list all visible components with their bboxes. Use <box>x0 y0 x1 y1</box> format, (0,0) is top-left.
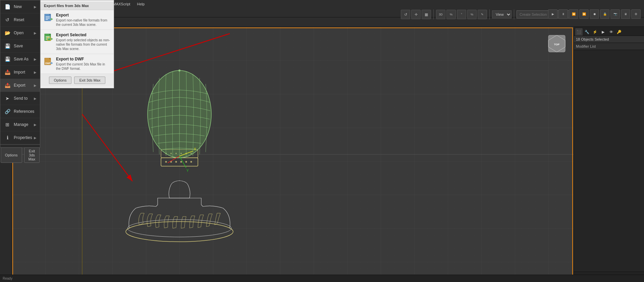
export-desc: Export non-native file formats from the … <box>56 18 110 27</box>
export-selected-desc: Export only selected objects as non-nati… <box>56 38 110 51</box>
right-panel-tabs: ⬛ 🔧 ⚡ ▶ 👁 🔑 <box>574 27 644 36</box>
export-selected-text-block: Export Selected Export only selected obj… <box>56 33 110 51</box>
file-menu-item-export[interactable]: 📤 Export ▶ <box>0 79 40 92</box>
import-icon: 📥 <box>4 68 11 76</box>
3d-model: X Y <box>96 54 263 255</box>
toolbar-icon9[interactable]: ⚙ <box>631 9 641 19</box>
file-menu-label-export: Export <box>14 83 34 88</box>
export-dwf-title: Export to DWF <box>56 57 110 61</box>
toolbar-scale-btn[interactable]: ▦ <box>422 10 431 19</box>
file-menu-item-import[interactable]: 📥 Import ▶ <box>0 66 40 79</box>
toolbar-pct-btn[interactable]: % <box>467 10 477 19</box>
export-title: Export <box>56 13 110 17</box>
toolbar-angle-btn[interactable]: ° <box>457 10 466 19</box>
sendto-icon: ➤ <box>4 95 11 102</box>
export-dwf-icon: DWF <box>44 57 53 66</box>
toolbar-icon1[interactable]: ▶ <box>548 9 557 19</box>
file-menu-item-properties[interactable]: ℹ Properties ▶ <box>0 131 40 144</box>
new-icon: 📄 <box>4 3 11 10</box>
export-text-block: Export Export non-native file formats fr… <box>56 13 110 27</box>
export-submenu: Export files from 3ds Max Export Export … <box>40 0 114 88</box>
svg-point-11 <box>180 161 182 163</box>
file-menu-label-manage: Manage <box>14 122 34 127</box>
saveas-icon: 💾 <box>4 55 11 63</box>
properties-arrow: ▶ <box>34 136 37 140</box>
toolbar-icon7[interactable]: 📷 <box>610 9 620 19</box>
toolbar-icon2[interactable]: ⏸ <box>558 9 568 19</box>
export-submenu-item-export[interactable]: Export Export non-native file formats fr… <box>41 10 114 30</box>
svg-point-27 <box>178 69 180 72</box>
toolbar-icon3[interactable]: ⏪ <box>569 9 578 19</box>
export-submenu-export-icon <box>44 13 53 22</box>
view-dropdown[interactable]: View <box>492 10 512 18</box>
modifier-list-label: Modifier List <box>574 43 644 50</box>
export-submenu-item-selected[interactable]: Export Selected Export only selected obj… <box>41 30 114 54</box>
file-menu-label-reset: Reset <box>14 17 37 22</box>
properties-icon: ℹ <box>4 134 11 141</box>
toolbar-snap2-btn[interactable]: % <box>446 10 456 19</box>
file-menu-label-open: Open <box>14 31 34 35</box>
references-icon: 🔗 <box>4 108 11 115</box>
tab-motion[interactable]: ▶ <box>599 28 607 36</box>
status-bar: Ready <box>0 275 644 282</box>
toolbar-edit-btn[interactable]: ✎ <box>478 10 487 19</box>
toolbar-rotate-btn[interactable]: ↺ <box>401 10 410 19</box>
export-submenu-item-dwf[interactable]: DWF Export to DWF Export the current 3ds… <box>41 54 114 74</box>
tab-create[interactable]: ⬛ <box>575 28 583 36</box>
toolbar-sep1 <box>433 9 434 19</box>
manage-arrow: ▶ <box>34 123 37 127</box>
export-icon: 📤 <box>4 82 11 89</box>
right-panel: ⬛ 🔧 ⚡ ▶ 👁 🔑 18 Objects Selected Modifier… <box>574 27 644 282</box>
svg-point-13 <box>191 161 192 163</box>
export-options-button[interactable]: Options <box>49 77 72 84</box>
toolbar-sep3 <box>514 9 514 19</box>
file-menu-item-references[interactable]: 🔗 References <box>0 105 40 118</box>
file-menu-label-sendto: Send to <box>14 96 34 101</box>
file-menu-item-sendto[interactable]: ➤ Send to ▶ <box>0 92 40 105</box>
options-button[interactable]: Options <box>1 147 22 163</box>
export-exit-button[interactable]: Exit 3ds Max <box>74 77 105 84</box>
file-menu-item-reset[interactable]: ↺ Reset <box>0 13 40 27</box>
save-icon: 💾 <box>4 42 11 50</box>
toolbar-icon4[interactable]: ⏩ <box>579 9 589 19</box>
file-menu-item-saveas[interactable]: 💾 Save As ▶ <box>0 53 40 66</box>
tab-hierarchy[interactable]: ⚡ <box>591 28 599 36</box>
file-menu-item-manage[interactable]: ⊞ Manage ▶ <box>0 118 40 131</box>
manage-icon: ⊞ <box>4 121 11 128</box>
new-arrow: ▶ <box>34 5 37 9</box>
menu-item-help[interactable]: Help <box>133 0 148 8</box>
sendto-arrow: ▶ <box>34 97 37 100</box>
svg-text:TOP: TOP <box>554 43 560 46</box>
svg-point-5 <box>126 222 233 242</box>
export-dwf-desc: Export the current 3ds Max file in the D… <box>56 62 110 71</box>
file-menu-item-open[interactable]: 📂 Open ▶ <box>0 27 40 40</box>
export-arrow: ▶ <box>34 84 37 87</box>
reset-icon: ↺ <box>4 16 11 23</box>
file-menu-item-new[interactable]: 📄 New ▶ <box>0 0 40 13</box>
tab-modify[interactable]: 🔧 <box>583 28 591 36</box>
toolbar-snap-btn[interactable]: 3D <box>436 10 445 19</box>
status-text: Ready <box>3 277 12 280</box>
viewport-cube[interactable]: TOP <box>547 34 567 54</box>
exit-button[interactable]: Exit 3ds Max <box>24 147 40 163</box>
saveas-arrow: ▶ <box>34 57 37 61</box>
export-submenu-footer: Options Exit 3ds Max <box>41 74 114 87</box>
open-icon: 📂 <box>4 29 11 37</box>
file-menu-label-save: Save <box>14 44 37 48</box>
svg-point-8 <box>165 161 167 163</box>
file-menu-label-new: New <box>14 4 34 9</box>
toolbar-icon8[interactable]: 🖥 <box>621 9 630 19</box>
toolbar-icon5[interactable]: ⏺ <box>590 9 599 19</box>
toolbar-icon6[interactable]: 🔒 <box>600 9 609 19</box>
toolbar-move-btn[interactable]: ✛ <box>411 10 421 19</box>
file-menu-item-save[interactable]: 💾 Save <box>0 40 40 53</box>
file-menu-label-import: Import <box>14 70 34 75</box>
file-menu: 📄 New ▶ ↺ Reset 📂 Open ▶ 💾 Save 💾 Save A… <box>0 0 40 148</box>
svg-point-10 <box>175 161 177 163</box>
export-submenu-header: Export files from 3ds Max <box>41 2 114 10</box>
svg-text:Y: Y <box>186 169 189 173</box>
tab-utilities[interactable]: 🔑 <box>615 28 623 36</box>
export-selected-icon <box>44 33 53 42</box>
toolbar-sep2 <box>489 9 490 19</box>
tab-display[interactable]: 👁 <box>607 28 615 36</box>
